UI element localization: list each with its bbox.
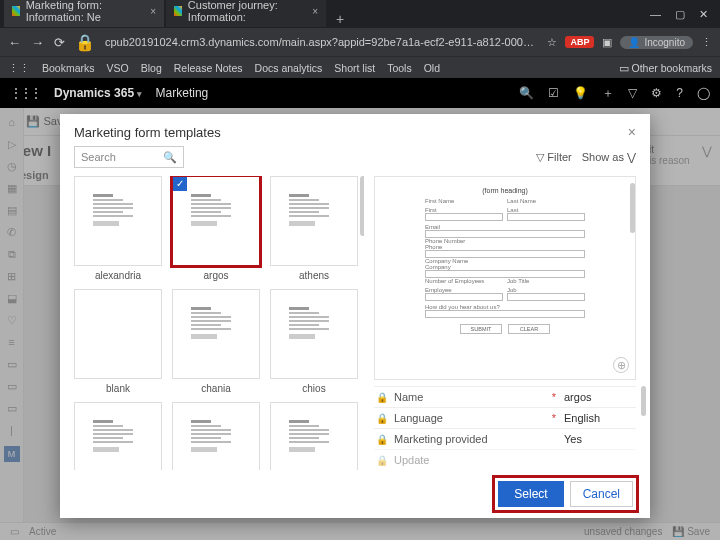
prop-label: Language	[394, 412, 552, 424]
apps-icon[interactable]: ⋮⋮	[8, 62, 30, 74]
address-bar[interactable]: cpub20191024.crm3.dynamics.com/main.aspx…	[105, 36, 537, 48]
close-icon[interactable]: ×	[312, 6, 318, 17]
showas-button[interactable]: Show as ⋁	[582, 151, 636, 164]
template-thumbnail	[270, 402, 358, 470]
bookmark-item[interactable]: Release Notes	[174, 62, 243, 74]
add-icon[interactable]: ＋	[602, 85, 614, 102]
maximize-icon[interactable]: ▢	[675, 8, 685, 21]
back-icon[interactable]: ←	[8, 35, 21, 50]
settings-icon[interactable]: ⚙	[651, 86, 662, 100]
template-card[interactable]: athens	[270, 176, 358, 281]
scrollbar[interactable]	[641, 386, 646, 416]
menu-icon[interactable]: ⋮	[701, 36, 712, 49]
lock-icon: 🔒	[376, 413, 388, 424]
bookmark-item[interactable]: VSO	[107, 62, 129, 74]
brand-menu[interactable]: Dynamics 365	[54, 86, 142, 100]
template-thumbnail	[172, 289, 260, 379]
template-caption: argos	[172, 266, 260, 281]
template-caption: athens	[270, 266, 358, 281]
search-placeholder: Search	[81, 151, 116, 163]
bookmark-item[interactable]: Docs analytics	[255, 62, 323, 74]
scrollbar[interactable]	[360, 176, 364, 236]
modal-title: Marketing form templates	[74, 125, 221, 140]
select-button[interactable]: Select	[498, 481, 563, 507]
prop-value: argos	[564, 391, 634, 403]
star-icon[interactable]: ☆	[547, 36, 557, 49]
preview-clear: CLEAR	[508, 324, 550, 334]
lock-icon: 🔒	[75, 33, 95, 52]
lock-icon: 🔒	[376, 455, 388, 466]
prop-value: English	[564, 412, 634, 424]
search-icon[interactable]: 🔍	[519, 86, 534, 100]
template-thumbnail: ✓	[172, 176, 260, 266]
incognito-label: Incognito	[644, 37, 685, 48]
template-card[interactable]: chios	[270, 289, 358, 394]
area-label[interactable]: Marketing	[156, 86, 209, 100]
close-icon[interactable]: ✕	[699, 8, 708, 21]
incognito-icon: 👤	[628, 37, 640, 48]
dynamics-topbar: ⋮⋮⋮ Dynamics 365 Marketing 🔍 ☑ 💡 ＋ ▽ ⚙ ?…	[0, 78, 720, 108]
browser-titlebar: Marketing form: Information: Ne × Custom…	[0, 0, 720, 28]
reload-icon[interactable]: ⟳	[54, 35, 65, 50]
preview-heading: (form heading)	[425, 187, 585, 194]
bookmark-item[interactable]: Bookmarks	[42, 62, 95, 74]
favicon	[12, 6, 20, 16]
browser-tab[interactable]: Customer journey: Information: ×	[166, 0, 326, 27]
template-thumbnail	[74, 402, 162, 470]
forward-icon[interactable]: →	[31, 35, 44, 50]
template-card[interactable]: heraklion	[172, 402, 260, 470]
app-launcher-icon[interactable]: ⋮⋮⋮	[10, 86, 40, 100]
template-card[interactable]: ✓argos	[172, 176, 260, 281]
browser-tabs: Marketing form: Information: Ne × Custom…	[0, 1, 638, 27]
scrollbar[interactable]	[630, 183, 635, 233]
window-controls: — ▢ ✕	[638, 8, 720, 21]
close-icon[interactable]: ×	[150, 6, 156, 17]
template-thumbnail	[74, 289, 162, 379]
assistant-icon[interactable]: ☑	[548, 86, 559, 100]
preview-submit: SUBMIT	[460, 324, 502, 334]
bookmark-item[interactable]: Blog	[141, 62, 162, 74]
template-properties: 🔒Name*argos 🔒Language*English 🔒Marketing…	[374, 386, 636, 470]
search-input[interactable]: Search 🔍	[74, 146, 184, 168]
bookmark-item[interactable]: Tools	[387, 62, 412, 74]
abp-badge[interactable]: ABP	[565, 36, 594, 48]
help-icon[interactable]: 💡	[573, 86, 588, 100]
preview-label: Job Title	[507, 278, 585, 284]
showas-label: Show as	[582, 151, 624, 163]
favicon	[174, 6, 182, 16]
template-card[interactable]: chania	[172, 289, 260, 394]
bookmarks-bar: ⋮⋮ Bookmarks VSO Blog Release Notes Docs…	[0, 56, 720, 78]
modal-footer: Select Cancel	[60, 470, 650, 518]
browser-tab[interactable]: Marketing form: Information: Ne ×	[4, 0, 164, 27]
filter-icon[interactable]: ▽	[628, 86, 637, 100]
template-card[interactable]: alexandria	[74, 176, 162, 281]
template-thumbnail	[270, 289, 358, 379]
bookmark-item[interactable]: Old	[424, 62, 440, 74]
zoom-icon[interactable]: ⊕	[613, 357, 629, 373]
template-thumbnail	[172, 402, 260, 470]
other-bookmarks-label: Other bookmarks	[631, 62, 712, 74]
template-card[interactable]: kalamata	[270, 402, 358, 470]
template-thumbnail	[74, 176, 162, 266]
template-card[interactable]: corfu	[74, 402, 162, 470]
prop-label: Marketing provided	[394, 433, 564, 445]
bookmark-item[interactable]: Short list	[334, 62, 375, 74]
prop-label: Name	[394, 391, 552, 403]
question-icon[interactable]: ?	[676, 86, 683, 100]
preview-form: (form heading) First NameLast Name First…	[425, 187, 585, 334]
filter-button[interactable]: ▽ Filter	[536, 151, 572, 164]
new-tab-button[interactable]: +	[328, 11, 352, 27]
other-bookmarks[interactable]: ▭ Other bookmarks	[619, 62, 712, 74]
template-modal: Marketing form templates × Search 🔍 ▽ Fi…	[60, 114, 650, 518]
user-icon[interactable]: ◯	[697, 86, 710, 100]
template-card[interactable]: blank	[74, 289, 162, 394]
template-thumbnail	[270, 176, 358, 266]
footer-highlight: Select Cancel	[495, 478, 636, 510]
browser-toolbar: ← → ⟳ 🔒 cpub20191024.crm3.dynamics.com/m…	[0, 28, 720, 56]
preview-label: Number of Employees	[425, 278, 503, 284]
close-icon[interactable]: ×	[628, 124, 636, 140]
cancel-button[interactable]: Cancel	[570, 481, 633, 507]
template-caption: blank	[74, 379, 162, 394]
minimize-icon[interactable]: —	[650, 8, 661, 21]
extension-icon[interactable]: ▣	[602, 36, 612, 49]
